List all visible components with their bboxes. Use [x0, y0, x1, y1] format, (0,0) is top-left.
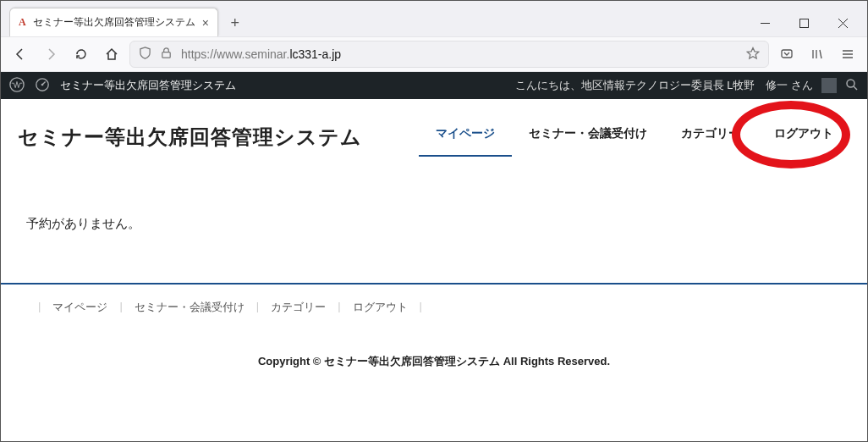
- site-header: セミナー等出欠席回答管理システム マイページ セミナー・会議受付け カテゴリー …: [1, 99, 867, 157]
- url-prefix: https://www.seminar.: [181, 47, 289, 61]
- svg-rect-1: [799, 19, 808, 27]
- url-toolbar: https://www.seminar.lc331-a.jp: [1, 36, 867, 72]
- primary-nav: マイページ セミナー・会議受付け カテゴリー ログアウト: [419, 118, 850, 157]
- footer-sep: |: [26, 300, 52, 315]
- no-reservation-text: 予約がありません。: [26, 216, 842, 232]
- nav-mypage[interactable]: マイページ: [419, 118, 512, 157]
- footer-sep: |: [244, 300, 271, 315]
- svg-point-15: [847, 80, 854, 87]
- shield-icon: [139, 47, 151, 62]
- svg-line-8: [820, 50, 821, 58]
- dashboard-icon[interactable]: [35, 77, 50, 95]
- library-button[interactable]: [805, 41, 830, 67]
- svg-point-12: [10, 77, 24, 91]
- forward-button[interactable]: [38, 41, 63, 67]
- wp-admin-bar: セミナー等出欠席回答管理システム こんにちは、地区情報テクノロジー委員長 L牧野…: [1, 72, 867, 99]
- page-content: セミナー等出欠席回答管理システム マイページ セミナー・会議受付け カテゴリー …: [1, 99, 867, 441]
- titlebar: A セミナー等出欠席回答管理システム × +: [1, 1, 867, 36]
- url-text: https://www.seminar.lc331-a.jp: [181, 47, 738, 61]
- svg-line-16: [854, 86, 857, 90]
- pocket-button[interactable]: [774, 41, 799, 67]
- browser-tab[interactable]: A セミナー等出欠席回答管理システム ×: [9, 8, 218, 36]
- nav-logout[interactable]: ログアウト: [757, 118, 850, 155]
- new-tab-button[interactable]: +: [223, 11, 247, 35]
- copyright-site: セミナー等出欠席回答管理システム: [324, 355, 500, 367]
- wordpress-icon[interactable]: [9, 77, 25, 95]
- footer-nav: | マイページ | セミナー・会議受付け | カテゴリー | ログアウト |: [1, 285, 867, 330]
- nav-logout-wrap: ログアウト: [757, 118, 850, 157]
- nav-seminar[interactable]: セミナー・会議受付け: [512, 118, 664, 157]
- nav-category[interactable]: カテゴリー: [664, 118, 757, 157]
- bookmark-star-icon[interactable]: [746, 47, 760, 63]
- main-content: 予約がありません。: [1, 157, 867, 283]
- tab-title: セミナー等出欠席回答管理システム: [33, 15, 195, 30]
- footer-logout[interactable]: ログアウト: [353, 300, 408, 315]
- maximize-button[interactable]: [784, 9, 823, 36]
- footer-sep: |: [326, 300, 352, 315]
- home-button[interactable]: [99, 41, 124, 67]
- lock-icon: [160, 47, 173, 62]
- page-title: セミナー等出欠席回答管理システム: [18, 124, 362, 151]
- close-window-button[interactable]: [823, 9, 862, 36]
- copyright-suffix: All Rights Reserved.: [500, 355, 610, 367]
- svg-rect-5: [782, 50, 792, 58]
- footer-sep: |: [408, 300, 434, 315]
- copyright: Copyright © セミナー等出欠席回答管理システム All Rights …: [1, 330, 867, 403]
- wp-search-icon[interactable]: [845, 78, 859, 94]
- close-tab-icon[interactable]: ×: [202, 16, 209, 30]
- footer-seminar[interactable]: セミナー・会議受付け: [135, 300, 244, 315]
- wp-site-name[interactable]: セミナー等出欠席回答管理システム: [60, 78, 236, 93]
- avatar[interactable]: [821, 78, 837, 93]
- reload-button[interactable]: [69, 41, 94, 67]
- svg-rect-4: [162, 52, 170, 58]
- address-bar[interactable]: https://www.seminar.lc331-a.jp: [129, 41, 769, 68]
- minimize-button[interactable]: [745, 9, 784, 36]
- footer-sep: |: [107, 300, 134, 315]
- wp-greeting[interactable]: こんにちは、地区情報テクノロジー委員長 L牧野 修一 さん: [515, 78, 813, 93]
- browser-window: A セミナー等出欠席回答管理システム × +: [0, 0, 868, 442]
- url-host: lc331-a.jp: [289, 47, 341, 61]
- app-menu-button[interactable]: [835, 41, 860, 67]
- footer-mypage[interactable]: マイページ: [52, 300, 107, 315]
- svg-point-14: [41, 83, 44, 86]
- favicon: A: [19, 16, 26, 29]
- copyright-prefix: Copyright ©: [258, 355, 324, 367]
- back-button[interactable]: [8, 41, 33, 67]
- footer-category[interactable]: カテゴリー: [271, 300, 326, 315]
